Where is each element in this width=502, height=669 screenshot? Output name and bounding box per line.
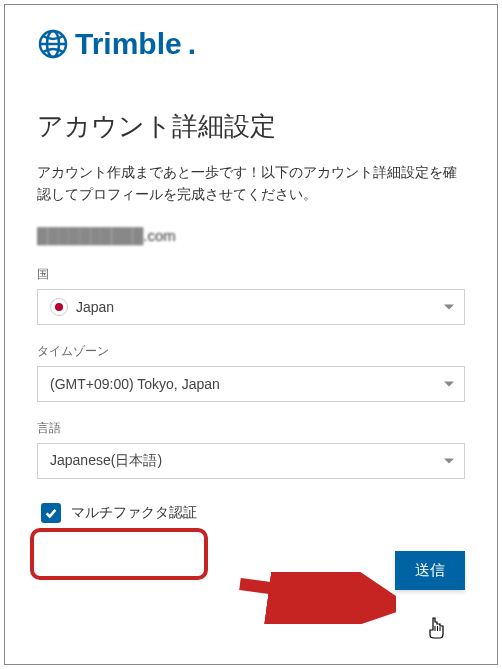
- chevron-down-icon: [444, 459, 454, 464]
- country-label: 国: [37, 266, 465, 283]
- button-row: 送信: [37, 551, 465, 590]
- page-description: アカウント作成まであと一歩です！以下のアカウント詳細設定を確認してプロフィールを…: [37, 162, 465, 205]
- language-value: Japanese(日本語): [50, 452, 162, 470]
- checkmark-icon: [44, 506, 58, 520]
- japan-flag-icon: [50, 298, 68, 316]
- timezone-value: (GMT+09:00) Tokyo, Japan: [50, 376, 220, 392]
- language-field: 言語 Japanese(日本語): [37, 420, 465, 479]
- country-value: Japan: [76, 299, 114, 315]
- chevron-down-icon: [444, 382, 454, 387]
- mfa-checkbox[interactable]: [41, 503, 61, 523]
- email-suffix: .com: [143, 227, 176, 244]
- mfa-label: マルチファクタ認証: [71, 504, 197, 522]
- mfa-row: マルチファクタ認証: [37, 497, 465, 529]
- country-select[interactable]: Japan: [37, 289, 465, 325]
- brand-name: Trimble: [75, 27, 182, 61]
- timezone-label: タイムゾーン: [37, 343, 465, 360]
- page-title: アカウント詳細設定: [37, 109, 465, 144]
- chevron-down-icon: [444, 305, 454, 310]
- language-label: 言語: [37, 420, 465, 437]
- language-select[interactable]: Japanese(日本語): [37, 443, 465, 479]
- email-display: ██████████.com: [37, 227, 465, 244]
- brand-dot: .: [188, 27, 196, 61]
- timezone-select[interactable]: (GMT+09:00) Tokyo, Japan: [37, 366, 465, 402]
- trimble-globe-icon: [37, 28, 69, 60]
- account-details-panel: Trimble. アカウント詳細設定 アカウント作成まであと一歩です！以下のアカ…: [4, 4, 498, 665]
- country-field: 国 Japan: [37, 266, 465, 325]
- brand-logo: Trimble.: [37, 27, 465, 61]
- timezone-field: タイムゾーン (GMT+09:00) Tokyo, Japan: [37, 343, 465, 402]
- email-masked: ██████████: [37, 227, 143, 244]
- submit-button[interactable]: 送信: [395, 551, 465, 590]
